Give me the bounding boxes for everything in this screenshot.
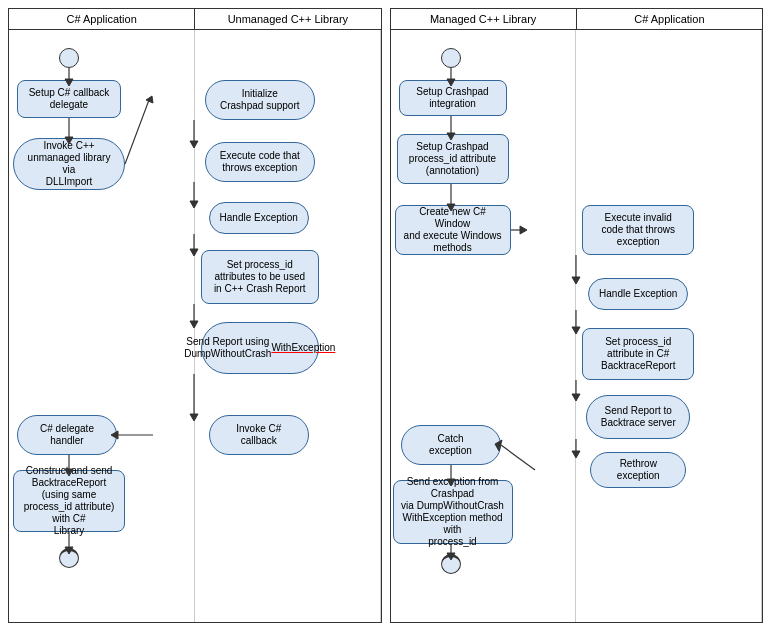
left-end-circle (59, 548, 79, 568)
left-diagram: C# Application Unmanaged C++ Library Set… (8, 8, 382, 623)
left-set-attrs: Set process_idattributes to be usedin C+… (201, 250, 319, 304)
left-lane2-header: Unmanaged C++ Library (195, 9, 380, 29)
right-lane2-header: C# Application (577, 9, 762, 29)
left-header: C# Application Unmanaged C++ Library (9, 9, 381, 30)
right-setup-attr: Setup Crashpadprocess_id attribute(annot… (397, 134, 509, 184)
left-lane1: Setup C# callbackdelegate Invoke C++unma… (9, 30, 195, 622)
right-lane1-header: Managed C++ Library (391, 9, 577, 29)
left-lane1-header: C# Application (9, 9, 195, 29)
right-handle-exception: Handle Exception (588, 278, 688, 310)
diagram-container: C# Application Unmanaged C++ Library Set… (0, 0, 771, 631)
right-catch-exception: Catchexception (401, 425, 501, 465)
left-exec-throws: Execute code thatthrows exception (205, 142, 315, 182)
left-send-report: Send Report usingDumpWithoutCrashWithExc… (201, 322, 319, 374)
left-delegate-handler: C# delegatehandler (17, 415, 117, 455)
right-lane2: Execute invalidcode that throwsexception… (576, 30, 762, 622)
right-create-window: Create new C# Windowand execute Windowsm… (395, 205, 511, 255)
right-lane1: Setup Crashpadintegration Setup Crashpad… (391, 30, 577, 622)
right-send-backtrace: Send Report toBacktrace server (586, 395, 690, 439)
left-invoke-dll: Invoke C++unmanaged library viaDLLImport (13, 138, 125, 190)
right-set-attr: Set process_idattribute in C#BacktraceRe… (582, 328, 694, 380)
right-start-circle (441, 48, 461, 68)
left-construct-send: Construct and sendBacktraceReport (using… (13, 470, 125, 532)
left-setup-delegate: Setup C# callbackdelegate (17, 80, 121, 118)
left-init-crashpad: InitializeCrashpad support (205, 80, 315, 120)
right-header: Managed C++ Library C# Application (391, 9, 763, 30)
right-exec-invalid: Execute invalidcode that throwsexception (582, 205, 694, 255)
right-send-exception: Send exception from Crashpadvia DumpWith… (393, 480, 513, 544)
left-lane2: InitializeCrashpad support Execute code … (195, 30, 381, 622)
left-body: Setup C# callbackdelegate Invoke C++unma… (9, 30, 381, 622)
right-end-circle (441, 554, 461, 574)
left-invoke-callback: Invoke C#callback (209, 415, 309, 455)
right-diagram: Managed C++ Library C# Application Setup… (390, 8, 764, 623)
right-setup-cp: Setup Crashpadintegration (399, 80, 507, 116)
right-body: Setup Crashpadintegration Setup Crashpad… (391, 30, 763, 622)
left-start-circle (59, 48, 79, 68)
left-handle-exception: Handle Exception (209, 202, 309, 234)
right-rethrow: Rethrowexception (590, 452, 686, 488)
